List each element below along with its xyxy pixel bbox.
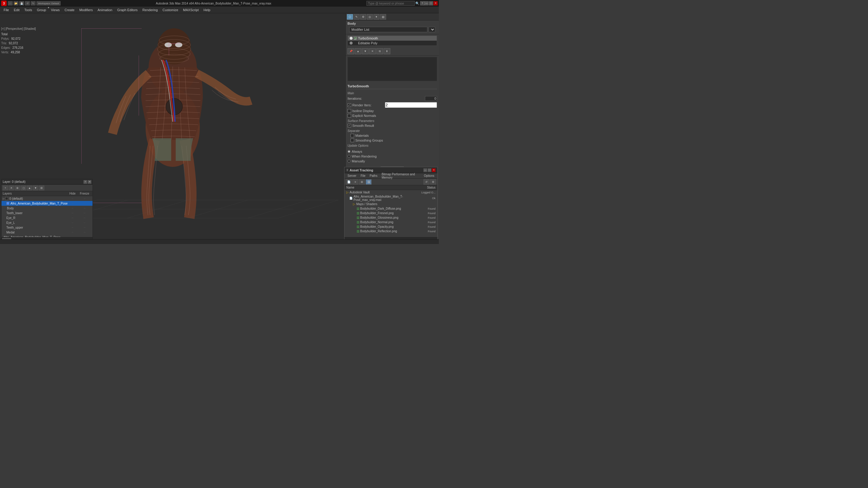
asset-settings-btn[interactable]: ⚙ <box>430 179 436 185</box>
panel-icon-5[interactable]: ✦ <box>373 14 379 20</box>
menu-animation[interactable]: Animation <box>95 7 115 12</box>
asset-menu-server[interactable]: Server <box>346 174 358 178</box>
list-item[interactable]: Afro_American_Bodybuilder_Man_T_Pose ···… <box>1 235 93 237</box>
mod-tool-paste[interactable]: ⬇ <box>384 48 390 54</box>
list-item[interactable]: Medal ··· ··· <box>5 230 93 235</box>
search-icon[interactable]: 🔍 <box>415 1 420 5</box>
close-button[interactable]: ✕ <box>433 1 438 5</box>
panel-icon-2[interactable]: ✎ <box>353 14 360 20</box>
asset-row[interactable]: 🖼 Bodybuilder_Opacity.png Found <box>344 224 437 229</box>
asset-menu-paths[interactable]: Paths <box>368 174 379 178</box>
render-iters-input[interactable] <box>385 102 437 108</box>
layer-delete-btn[interactable]: ✕ <box>9 186 14 190</box>
panel-icon-4[interactable]: ◎ <box>367 14 373 20</box>
layer-add-sel-btn[interactable]: ⊕ <box>15 186 20 190</box>
explicit-normals-checkbox[interactable] <box>347 114 351 118</box>
modifier-item-turbosm[interactable]: ✓ TurboSmooth <box>348 36 437 41</box>
layers-close-btn[interactable]: ✕ <box>88 180 91 184</box>
modifier-list-dropdown[interactable] <box>429 27 435 32</box>
asset-tool-3[interactable]: ⊞ <box>359 179 365 185</box>
mod-tool-copy[interactable]: ⧉ <box>376 48 383 54</box>
asset-row[interactable]: ▷ Autodesk Vault Logged O... <box>344 190 437 195</box>
asset-row[interactable]: 🖼 Bodybuilder_Glossiness.png Found <box>344 216 437 220</box>
asset-maximize-btn[interactable]: □ <box>428 168 431 172</box>
asset-menu-file[interactable]: File <box>359 174 367 178</box>
mod-tool-move-up[interactable]: ▲ <box>355 48 361 54</box>
asset-row[interactable]: 🖼 Bodybuilder_Reflection.png Found <box>344 229 437 233</box>
manually-radio[interactable] <box>347 160 350 163</box>
menu-graph-editors[interactable]: Graph Editors <box>115 7 140 12</box>
menu-rendering[interactable]: Rendering <box>140 7 160 12</box>
menu-maxscript[interactable]: MAXScript <box>181 7 201 12</box>
asset-tool-4[interactable]: 🖼 <box>366 179 372 185</box>
asset-refresh-btn[interactable]: ↺ <box>424 179 430 185</box>
panel-icon-1[interactable]: ⬡ <box>347 14 353 20</box>
asset-tool-1[interactable]: 📄 <box>346 179 352 185</box>
open-btn[interactable]: 📂 <box>13 1 19 5</box>
menu-modifiers[interactable]: Modifiers <box>77 7 95 12</box>
asset-row[interactable]: 🖼 Bodybuilder_Normal.png Found <box>344 220 437 224</box>
asset-tool-2[interactable]: ≡ <box>352 179 358 185</box>
menu-group[interactable]: Group <box>34 7 49 12</box>
layer-new-btn[interactable]: + <box>3 186 8 190</box>
layer-move-up-btn[interactable]: ▲ <box>27 186 32 190</box>
redo-btn[interactable]: ↻ <box>31 1 36 5</box>
asset-row[interactable]: 🖼 Bodybuilder_Fresnel.png Found <box>344 211 437 216</box>
menu-customize[interactable]: Customize <box>160 7 181 12</box>
asset-menu-bitmap[interactable]: Bitmap Performance and Memory <box>380 172 421 180</box>
asset-row[interactable]: 🖼 Bodybuilder_Dark_Diffuse.png Found <box>344 206 437 211</box>
list-item[interactable]: Eye_R ··· ··· <box>5 216 93 220</box>
menu-views[interactable]: Views <box>49 7 62 12</box>
window-controls[interactable]: — □ ✕ <box>424 1 438 5</box>
mod-tool-pin[interactable]: 📌 <box>347 48 354 54</box>
panel-icon-6[interactable]: ▤ <box>380 14 386 20</box>
undo-btn[interactable]: ↺ <box>25 1 30 5</box>
layer-expand-btn[interactable]: ⊞ <box>39 186 44 190</box>
modifier-bulb-1[interactable] <box>350 37 352 40</box>
menu-edit[interactable]: Edit <box>11 7 22 12</box>
always-radio[interactable] <box>347 150 350 153</box>
modifier-checkbox-1[interactable]: ✓ <box>354 37 357 40</box>
layer-checkbox-0[interactable] <box>5 197 8 200</box>
smooth-result-checkbox[interactable] <box>347 124 351 127</box>
maximize-button[interactable]: □ <box>429 1 433 5</box>
list-item[interactable]: Eye_L ··· ··· <box>5 220 93 225</box>
save-btn[interactable]: 💾 <box>19 1 24 5</box>
list-item[interactable]: Teeth_lower ··· ··· <box>5 210 93 216</box>
list-item[interactable]: ▷ 0 (default) ··· ··· <box>1 196 93 201</box>
menu-file[interactable]: File <box>1 7 11 12</box>
materials-checkbox[interactable] <box>350 134 354 137</box>
modifier-item-editpoly[interactable]: Editable Poly <box>348 41 437 45</box>
panel-icon-3[interactable]: ⚙ <box>360 14 366 20</box>
layer-checkbox-1[interactable] <box>6 202 9 205</box>
asset-close-btn[interactable]: ✕ <box>432 168 435 172</box>
search-input[interactable] <box>367 1 415 6</box>
list-item[interactable]: Afro_American_Bodybuilder_Man_T_Pose ···… <box>1 201 93 206</box>
list-item[interactable]: Teeth_upper ··· ··· <box>5 225 93 230</box>
asset-row[interactable]: ▷ Maps / Shaders <box>344 202 437 206</box>
expand-arrow-0[interactable]: ▷ <box>3 197 4 200</box>
list-item[interactable]: Body ··· ··· <box>5 206 93 210</box>
minimize-button[interactable]: — <box>424 1 429 5</box>
toolbar-icons[interactable]: □ 📂 💾 ↺ ↻ Workspace: Default ▼ <box>8 1 61 5</box>
when-rendering-radio[interactable] <box>347 155 350 158</box>
layer-move-down-btn[interactable]: ▼ <box>33 186 38 190</box>
layer-select-btn[interactable]: ◻ <box>21 186 26 190</box>
menu-create[interactable]: Create <box>62 7 77 12</box>
asset-menu-options[interactable]: Options <box>422 174 436 178</box>
menu-tools[interactable]: Tools <box>22 7 35 12</box>
smoothing-groups-checkbox[interactable] <box>350 138 354 142</box>
iterations-input[interactable] <box>425 96 437 101</box>
modifier-bulb-2[interactable] <box>350 41 352 44</box>
layers-help-btn[interactable]: ? <box>84 180 87 184</box>
workspace-dropdown[interactable]: Workspace: Default ▼ <box>36 1 61 5</box>
menu-help[interactable]: Help <box>201 7 213 12</box>
asset-minimize-btn[interactable]: — <box>424 168 427 172</box>
search-area[interactable]: 🔍 ? <box>367 1 424 6</box>
render-iters-checkbox[interactable] <box>347 103 351 107</box>
asset-row[interactable]: 📄 Afro_American_Bodybuilder_Man_T-Pose_m… <box>344 195 437 202</box>
help-icon[interactable]: ? <box>420 1 424 5</box>
new-btn[interactable]: □ <box>8 1 13 5</box>
mod-tool-delete[interactable]: ✕ <box>369 48 376 54</box>
mod-tool-move-down[interactable]: ▼ <box>362 48 369 54</box>
